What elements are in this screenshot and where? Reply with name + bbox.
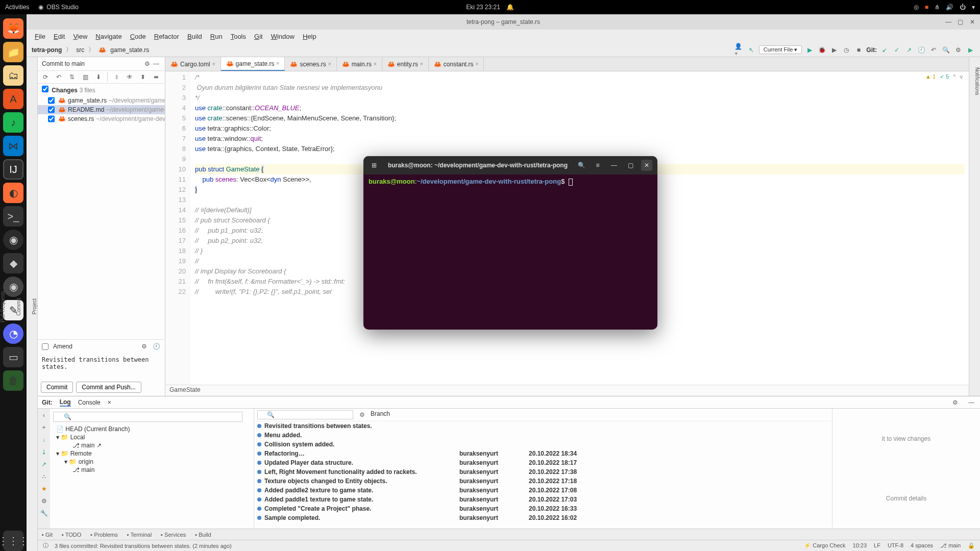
bottom-tab-services[interactable]: ▪ Services <box>161 532 186 538</box>
status-square-icon[interactable]: ■ <box>925 4 928 11</box>
terminal-close-icon[interactable]: ✕ <box>641 160 652 171</box>
inspection-up-icon[interactable]: ^ <box>953 73 955 80</box>
git-log-tab[interactable]: Log <box>60 398 71 407</box>
dock-files-icon[interactable]: 📁 <box>3 42 23 62</box>
changelist-icon[interactable]: ▥ <box>81 72 90 82</box>
status-info-icon[interactable]: ⓘ <box>43 542 48 549</box>
terminal-header[interactable]: ⊞ buraks@moon: ~/development/game-dev-wi… <box>363 156 657 174</box>
inspection-down-icon[interactable]: v <box>960 73 963 80</box>
project-crumb[interactable]: tetra-pong <box>32 46 62 54</box>
dock-toolbox-icon[interactable]: ◆ <box>3 253 23 273</box>
git-update-icon[interactable]: ↓ <box>42 436 45 443</box>
dock-archive-icon[interactable]: ▭ <box>3 347 23 367</box>
dock-intellij-icon[interactable]: IJ <box>3 159 23 180</box>
vcs-history-icon[interactable]: 🕘 <box>917 45 926 55</box>
editor-tab[interactable]: 🦀 main.rs × <box>337 57 382 71</box>
commit-hide-icon[interactable]: — <box>152 59 161 68</box>
status-encoding[interactable]: UTF-8 <box>888 542 903 549</box>
commit-list-row[interactable]: Refactoring…buraksenyurt20.10.2022 18:34 <box>254 449 832 458</box>
menu-view[interactable]: View <box>70 32 90 41</box>
bottom-tab-build[interactable]: ▪ Build <box>195 532 211 538</box>
status-line-sep[interactable]: LF <box>874 542 880 549</box>
editor-tab[interactable]: 🦀 Cargo.toml × <box>165 57 221 71</box>
run-anything-icon[interactable]: ▶ <box>966 45 975 55</box>
collapse-icon[interactable]: ⬌ <box>152 72 161 82</box>
terminal-new-tab-icon[interactable]: ⊞ <box>369 160 380 171</box>
amend-checkbox[interactable] <box>42 343 48 350</box>
app-menu-indicator[interactable]: ◉ OBS Studio <box>38 4 79 11</box>
clock[interactable]: Eki 23 23:21 <box>466 4 500 11</box>
user-add-icon[interactable]: 👤+ <box>734 45 744 55</box>
editor-tab[interactable]: 🦀 constant.rs × <box>429 57 484 71</box>
editor-tab[interactable]: 🦀 game_state.rs × <box>221 57 285 71</box>
git-favorite-icon[interactable]: ★ <box>41 485 47 492</box>
commit-list-row[interactable]: Revisited transitions between states. <box>254 421 832 431</box>
git-new-branch-icon[interactable]: + <box>42 424 45 431</box>
close-window-button[interactable]: ✕ <box>970 18 977 26</box>
amend-history-icon[interactable]: 🕘 <box>152 342 161 351</box>
status-lock-icon[interactable]: 🔒 <box>968 542 975 549</box>
terminal-search-icon[interactable]: 🔍 <box>576 160 587 171</box>
git-nav-back-icon[interactable]: ‹ <box>43 412 45 419</box>
expand-icon[interactable]: ⬍ <box>138 72 148 82</box>
dock-spotify-icon[interactable]: ♪ <box>3 112 23 133</box>
commit-push-button[interactable]: Commit and Push... <box>76 382 141 393</box>
terminal-body[interactable]: buraks@moon:~/development/game-dev-with-… <box>363 174 657 189</box>
commit-list-row[interactable]: Completed "Create a Project" phase.burak… <box>254 504 832 513</box>
vcs-commit-icon[interactable]: ✓ <box>892 45 901 55</box>
commit-search-input[interactable] <box>257 410 353 419</box>
view-options-icon[interactable]: 👁 <box>125 72 134 82</box>
notification-bell-icon[interactable]: 🔔 <box>506 4 514 11</box>
changes-checkbox[interactable] <box>42 86 48 92</box>
debug-button-icon[interactable]: 🐞 <box>817 45 826 55</box>
status-indent[interactable]: 4 spaces <box>911 542 933 549</box>
branch-search-input[interactable] <box>53 412 242 422</box>
folder-crumb[interactable]: src <box>76 46 84 54</box>
menu-tools[interactable]: Tools <box>228 32 249 41</box>
build-hammer-icon[interactable]: ↖ <box>747 45 756 55</box>
menu-window[interactable]: Window <box>268 32 298 41</box>
change-file-item[interactable]: 🦀 game_state.rs ~/development/game-dev-w <box>38 96 165 105</box>
terminal-menu-icon[interactable]: ≡ <box>592 160 603 171</box>
screencast-icon[interactable]: ◎ <box>914 4 919 11</box>
head-branch-node[interactable]: 📄 HEAD (Current Branch) <box>56 425 248 433</box>
close-tab-icon[interactable]: × <box>277 61 280 66</box>
dock-steam-icon[interactable]: ◉ <box>3 277 23 297</box>
editor-tab[interactable]: 🦀 scenes.rs × <box>285 57 336 71</box>
dock-terminal-icon[interactable]: >_ <box>3 206 23 227</box>
activities-button[interactable]: Activities <box>5 4 29 11</box>
terminal-window[interactable]: ⊞ buraks@moon: ~/development/game-dev-wi… <box>363 156 657 330</box>
close-tab-icon[interactable]: × <box>374 61 377 67</box>
diff-icon[interactable]: ⇅ <box>67 72 77 82</box>
pull-requests-tool-tab[interactable]: Pull Requests <box>0 291 6 322</box>
close-tab-icon[interactable]: × <box>212 61 215 67</box>
branch-filter[interactable]: Branch <box>371 410 390 419</box>
vcs-rollback-icon[interactable]: ↶ <box>929 45 938 55</box>
commit-list-row[interactable]: Updated Player data structure.buraksenyu… <box>254 458 832 467</box>
commit-message-input[interactable]: Revisited transitions between states. <box>38 353 165 379</box>
close-tab-icon[interactable]: × <box>475 61 478 67</box>
menu-code[interactable]: Code <box>127 32 149 41</box>
dock-software-icon[interactable]: A <box>3 89 23 109</box>
git-panel-hide-icon[interactable]: — <box>967 398 976 407</box>
group-icon[interactable]: ⫴ <box>112 72 121 82</box>
commit-settings-icon[interactable]: ⚙ <box>142 59 152 68</box>
commit-list-row[interactable]: Collision system added. <box>254 440 832 449</box>
origin-node[interactable]: ▾ 📁 origin <box>56 458 248 466</box>
volume-icon[interactable]: 🔊 <box>946 4 953 11</box>
network-icon[interactable]: ⋔ <box>935 4 940 11</box>
inspection-weak-icon[interactable]: ✓ 5 <box>940 73 949 80</box>
project-tool-tab[interactable]: Project <box>32 298 37 314</box>
editor-gutter[interactable]: 12345678910111213141516171819202122 <box>165 71 191 385</box>
commit-list-row[interactable]: Added paddle2 texture to game state.bura… <box>254 486 832 495</box>
change-file-item[interactable]: 🦀 README.md ~/development/game-dev-wit <box>38 105 165 114</box>
commit-list-row[interactable]: Added paddle1 texture to game state.bura… <box>254 495 832 504</box>
dock-obs-icon[interactable]: ◉ <box>3 230 23 250</box>
bottom-tab-git[interactable]: ▪ Git <box>42 532 53 538</box>
inspection-warning-icon[interactable]: ▲ 1 <box>925 73 936 80</box>
bottom-tab-terminal[interactable]: ▪ Terminal <box>127 532 152 538</box>
git-console-tab[interactable]: Console <box>78 399 101 406</box>
change-file-item[interactable]: 🦀 scenes.rs ~/development/game-dev-with-… <box>38 114 165 123</box>
search-everywhere-icon[interactable]: 🔍 <box>941 45 950 55</box>
power-icon[interactable]: ⏻ <box>960 4 966 11</box>
